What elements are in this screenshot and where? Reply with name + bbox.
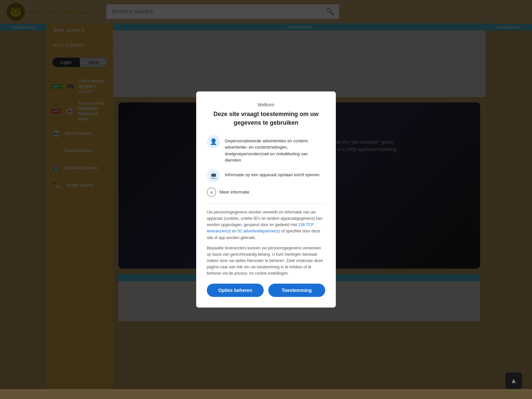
- modal-welcome-text: Welkom: [207, 102, 325, 107]
- options-button[interactable]: Opties beheren: [207, 284, 264, 297]
- modal-overlay: Welkom Deze site vraagt toestemming om u…: [0, 0, 532, 399]
- permission-item-1: 👤 Gepersonaliseerde advertenties en cont…: [207, 135, 325, 164]
- expand-icon: ∨: [207, 188, 216, 197]
- ad-partners-link[interactable]: 62 advertentiepartner(s): [238, 229, 280, 233]
- modal-title: Deze site vraagt toestemming om uw gegev…: [207, 110, 325, 127]
- permission-text-1: Gepersonaliseerde advertenties en conten…: [225, 135, 325, 164]
- modal-body-text-2: Bepaalde leveranciers kunnen uw persoons…: [207, 245, 325, 277]
- consent-button[interactable]: Toestemming: [268, 284, 325, 297]
- modal-body-text-1: Uw persoonsgegevens worden verwerkt en i…: [207, 209, 325, 241]
- permission-item-2: 💻 Informatie op een apparaat opslaan en/…: [207, 169, 325, 182]
- modal-actions: Opties beheren Toestemming: [207, 284, 325, 297]
- consent-modal: Welkom Deze site vraagt toestemming om u…: [196, 91, 336, 307]
- permission-text-2: Informatie op een apparaat opslaan en/of…: [225, 169, 320, 178]
- more-info-label: Meer informatie: [219, 190, 249, 195]
- more-info-toggle[interactable]: ∨ Meer informatie: [207, 188, 325, 197]
- permission-icon-1: 👤: [207, 135, 220, 148]
- permission-icon-2: 💻: [207, 169, 220, 182]
- modal-divider: [207, 203, 325, 204]
